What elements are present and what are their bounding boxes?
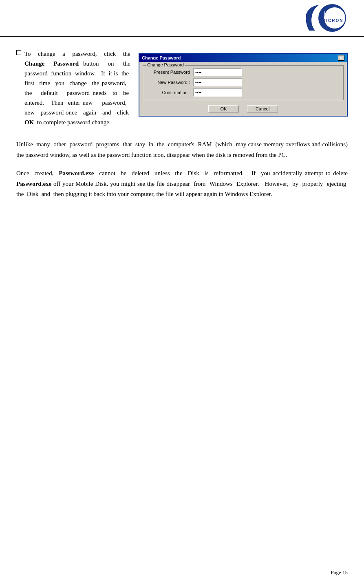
instruction-paragraph: To change a password, click the Change P… [24,49,130,127]
present-password-input[interactable] [193,68,242,76]
password-exe-bold-2: Password.exe [16,181,51,187]
confirmation-row: Confirmation : [146,88,340,97]
dialog-wrapper: Change Password × Change Password Presen… [139,53,348,117]
confirmation-input[interactable] [193,88,242,97]
paragraph-ram: Unlike many other password programs that… [16,139,348,160]
dialog-titlebar: Change Password × [139,54,347,62]
dialog-cancel-button[interactable]: Cancel [247,105,278,112]
bullet-checkbox-icon [16,50,21,55]
password-exe-bold-1: Password.exe [59,170,94,176]
left-instruction-text: To change a password, click the Change P… [16,49,130,127]
present-password-label: Present Password [146,70,193,75]
ram-paragraph-text: Unlike many other password programs that… [16,139,348,160]
hana-micron-logo: HANA MICRON [303,4,356,33]
dialog-body: Change Password Present Password New Pas… [139,62,347,116]
top-section: To change a password, click the Change P… [16,49,348,127]
dialog-close-button[interactable]: × [338,55,344,61]
new-password-input[interactable] [193,78,242,86]
dialog-title: Change Password [142,55,181,60]
dialog-buttons: OK Cancel [143,104,344,112]
passwordexe-paragraph-text: Once created, Password.exe cannot be del… [16,168,348,200]
change-password-dialog: Change Password × Change Password Presen… [139,53,348,117]
page-header: HANA MICRON [0,0,364,37]
dialog-groupbox: Change Password Present Password New Pas… [143,65,344,100]
page-content: To change a password, click the Change P… [0,41,364,216]
new-password-row: New Password : [146,78,340,86]
new-password-label: New Password : [146,80,193,85]
bullet-item: To change a password, click the Change P… [16,49,130,127]
svg-text:HANA: HANA [324,10,342,17]
dialog-ok-button[interactable]: OK [208,105,239,112]
confirmation-label: Confirmation : [146,90,193,95]
change-password-label: Change Password [24,60,79,67]
ok-label-inline: OK [24,119,34,126]
logo-container: HANA MICRON [303,4,356,33]
paragraph-passwordexe: Once created, Password.exe cannot be del… [16,168,348,200]
present-password-row: Present Password [146,68,340,76]
dialog-groupbox-label: Change Password [146,62,185,67]
svg-text:MICRON: MICRON [322,18,344,23]
page-footer: Page 15 [331,569,348,576]
page-number: Page 15 [331,569,348,575]
